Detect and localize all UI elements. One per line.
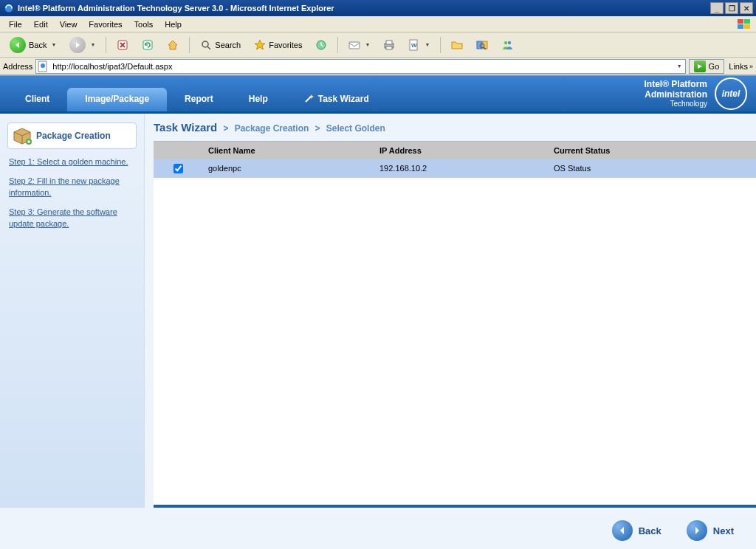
links-label: Links — [729, 62, 748, 71]
brand-line2: Administration — [644, 90, 707, 100]
print-button[interactable] — [378, 35, 400, 55]
col-ip[interactable]: IP Address — [374, 142, 548, 159]
wizard-back-button[interactable]: Back — [612, 520, 662, 541]
svg-point-8 — [202, 41, 208, 47]
svg-rect-3 — [744, 19, 750, 24]
back-arrow-icon — [10, 37, 26, 53]
close-button[interactable]: ✕ — [740, 2, 753, 14]
home-button[interactable] — [162, 35, 184, 55]
tab-report-label: Report — [185, 94, 213, 104]
forward-button[interactable]: ▼ — [64, 35, 100, 55]
svg-rect-13 — [386, 41, 392, 44]
folder-button[interactable] — [446, 35, 468, 55]
tab-client-label: Client — [25, 94, 49, 104]
research-button[interactable] — [471, 35, 493, 55]
chevron-down-icon[interactable]: ▼ — [677, 63, 682, 69]
sidebar-step1[interactable]: Step 1: Select a golden machine. — [9, 156, 137, 168]
research-icon — [476, 39, 488, 51]
svg-rect-5 — [744, 24, 750, 29]
search-icon — [200, 39, 212, 51]
chevron-down-icon: ▼ — [90, 42, 95, 47]
ie-icon — [3, 2, 15, 14]
history-icon — [315, 39, 327, 51]
wizard-bottom-nav: Back Next — [0, 508, 756, 549]
messenger-button[interactable] — [496, 35, 518, 55]
minimize-button[interactable]: _ — [710, 2, 724, 14]
next-arrow-icon — [687, 520, 707, 541]
favorites-button[interactable]: Favorites — [249, 35, 307, 55]
menu-tools[interactable]: Tools — [128, 18, 159, 30]
clients-grid: Client Name IP Address Current Status go… — [154, 141, 756, 178]
mail-button[interactable]: ▼ — [343, 35, 375, 55]
chevron-down-icon: ▼ — [425, 42, 430, 47]
favorites-label: Favorites — [269, 41, 302, 49]
chevron-down-icon: ▼ — [51, 42, 56, 47]
links-menu[interactable]: Links » — [729, 62, 753, 71]
edit-doc-icon: W — [408, 39, 420, 51]
sidebar-step3[interactable]: Step 3: Generate the software update pac… — [9, 207, 137, 230]
menu-edit[interactable]: Edit — [28, 18, 54, 30]
edit-button[interactable]: W▼ — [403, 35, 435, 55]
svg-rect-4 — [738, 24, 743, 29]
address-label: Address — [3, 62, 32, 71]
brand-line3: Technology — [644, 100, 707, 108]
back-button[interactable]: Back ▼ — [4, 35, 61, 55]
folder-icon — [451, 39, 463, 51]
app-tabs: Client Image/Package Report Help Task Wi… — [0, 76, 387, 111]
col-status[interactable]: Current Status — [548, 142, 756, 159]
wizard-back-label: Back — [639, 525, 662, 536]
row-checkbox[interactable] — [173, 164, 183, 173]
back-label: Back — [29, 41, 47, 49]
svg-text:W: W — [411, 42, 417, 49]
tab-task-wizard-label: Task Wizard — [318, 94, 369, 104]
address-bar: Address ▼ Go Links » — [0, 58, 756, 75]
back-arrow-icon — [612, 520, 633, 541]
search-button[interactable]: Search — [195, 35, 246, 55]
tab-help-label: Help — [249, 94, 268, 104]
tab-client[interactable]: Client — [7, 88, 67, 111]
table-row[interactable]: goldenpc 192.168.10.2 OS Status — [154, 159, 756, 178]
cell-ip: 192.168.10.2 — [374, 159, 548, 178]
menu-file[interactable]: File — [3, 18, 28, 30]
tab-task-wizard[interactable]: Task Wizard — [286, 88, 387, 111]
go-label: Go — [709, 62, 720, 71]
go-arrow-icon — [694, 61, 706, 72]
svg-rect-2 — [738, 19, 743, 24]
cell-status: OS Status — [548, 159, 756, 178]
history-button[interactable] — [310, 35, 332, 55]
menu-help[interactable]: Help — [159, 18, 188, 30]
grid-header: Client Name IP Address Current Status — [154, 142, 756, 159]
refresh-button[interactable] — [137, 35, 159, 55]
intel-chip-icon: intel — [715, 77, 747, 110]
bc-root: Task Wizard — [154, 121, 217, 134]
cell-client-name: goldenpc — [202, 159, 374, 178]
menu-favorites[interactable]: Favorites — [83, 18, 128, 30]
tab-report[interactable]: Report — [167, 88, 231, 111]
search-label: Search — [215, 41, 241, 49]
sidebar-step2[interactable]: Step 2: Fill in the new package informat… — [9, 176, 137, 199]
wizard-next-button[interactable]: Next — [687, 520, 734, 541]
svg-point-22 — [508, 41, 511, 44]
print-icon — [383, 39, 395, 51]
page-icon — [38, 61, 49, 72]
wizard-next-label: Next — [713, 525, 734, 536]
windows-flag-icon — [735, 18, 753, 31]
breadcrumb: Task Wizard > Package Creation > Select … — [154, 121, 756, 134]
address-input[interactable] — [52, 62, 675, 71]
go-button[interactable]: Go — [689, 59, 725, 74]
window-title: Intel® Platform Administration Technolog… — [18, 4, 710, 13]
refresh-icon — [142, 39, 154, 51]
stop-button[interactable] — [111, 35, 134, 55]
menu-view[interactable]: View — [54, 18, 83, 30]
window-titlebar: Intel® Platform Administration Technolog… — [0, 0, 756, 16]
svg-rect-11 — [349, 42, 360, 49]
restore-button[interactable]: ❐ — [725, 2, 738, 14]
mail-icon — [348, 39, 360, 51]
brand-block: Intel® Platform Administration Technolog… — [644, 76, 756, 111]
col-client-name[interactable]: Client Name — [202, 142, 374, 159]
bc-mid: Package Creation — [235, 123, 309, 134]
tab-image-package[interactable]: Image/Package — [67, 88, 167, 111]
address-input-wrap[interactable]: ▼ — [35, 59, 685, 74]
window-controls: _ ❐ ✕ — [710, 2, 753, 14]
tab-help[interactable]: Help — [231, 88, 286, 111]
